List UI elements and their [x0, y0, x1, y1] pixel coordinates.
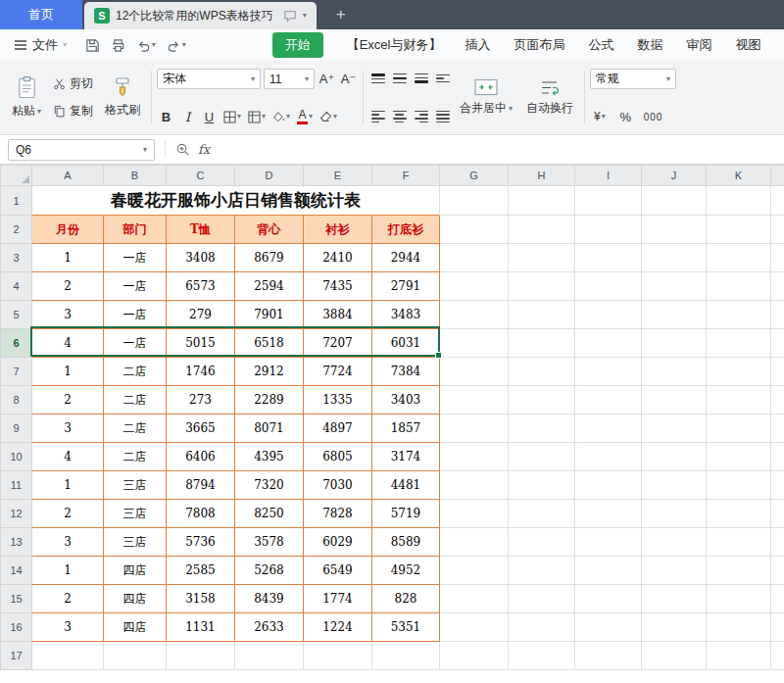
align-right-icon[interactable] [412, 107, 430, 126]
currency-button[interactable]: ¥▾ [592, 110, 608, 123]
cell[interactable] [707, 500, 771, 528]
row-header[interactable]: 8 [1, 386, 32, 415]
name-box[interactable]: Q6 ▾ [8, 139, 155, 161]
cell[interactable]: 7901 [235, 301, 304, 329]
tab-insert[interactable]: 插入 [466, 36, 491, 54]
cell[interactable] [771, 386, 784, 415]
cell[interactable]: 二店 [104, 358, 167, 386]
cell[interactable] [304, 642, 372, 670]
cell[interactable]: 2944 [372, 244, 440, 272]
cell[interactable]: 8589 [372, 528, 440, 557]
cell[interactable] [642, 585, 707, 613]
orientation-icon[interactable] [433, 69, 452, 88]
cell[interactable]: 828 [372, 585, 440, 613]
redo-button[interactable]: ▾ [167, 38, 186, 53]
cell[interactable]: 1 [32, 244, 104, 272]
table-header-cell[interactable]: 衬衫 [304, 216, 372, 244]
cell[interactable] [642, 500, 707, 528]
cell[interactable]: 2 [32, 386, 104, 415]
column-header[interactable]: I [575, 166, 642, 186]
cell[interactable]: 2585 [167, 557, 235, 585]
tab-data[interactable]: 数据 [638, 36, 663, 54]
format-painter-button[interactable]: 格式刷 [99, 74, 146, 121]
row-header[interactable]: 15 [1, 585, 32, 613]
cell[interactable]: 四店 [104, 557, 167, 585]
cell[interactable] [707, 528, 771, 557]
cell[interactable]: 三店 [104, 528, 167, 557]
underline-button[interactable]: U [200, 107, 219, 126]
cell[interactable] [707, 443, 771, 471]
formula-input[interactable] [210, 135, 776, 164]
row-header[interactable]: 13 [1, 528, 32, 557]
cell[interactable] [707, 301, 771, 329]
home-tab[interactable]: 首页 [0, 0, 82, 29]
cell[interactable] [509, 443, 575, 471]
cell[interactable]: 4897 [304, 415, 372, 443]
align-middle-icon[interactable] [390, 69, 409, 88]
select-all-corner[interactable] [1, 166, 32, 186]
cell[interactable] [707, 613, 771, 642]
font-color-button[interactable]: A ▾ [295, 110, 315, 124]
cell[interactable]: 4481 [372, 471, 440, 500]
cell[interactable]: 279 [167, 301, 235, 329]
column-header[interactable]: H [509, 166, 575, 186]
cell[interactable]: 7030 [304, 471, 372, 500]
cell[interactable]: 一店 [104, 301, 167, 329]
cell[interactable] [771, 329, 784, 358]
tab-excel-finance[interactable]: 【Excel与财务】 [347, 36, 442, 54]
cell[interactable]: 7808 [167, 500, 235, 528]
cell[interactable] [707, 244, 771, 272]
cell[interactable] [575, 386, 642, 415]
font-size-select[interactable]: 11 ▾ [264, 69, 315, 89]
cell[interactable] [707, 415, 771, 443]
fill-color-button[interactable]: ▾ [270, 112, 292, 122]
cell[interactable] [509, 186, 575, 216]
cell[interactable] [575, 329, 642, 358]
table-header-cell[interactable]: T恤 [167, 216, 235, 244]
cell[interactable] [642, 272, 707, 301]
cell[interactable] [575, 613, 642, 642]
cell[interactable]: 3 [32, 415, 104, 443]
cell[interactable]: 4952 [372, 557, 440, 585]
cell[interactable] [642, 415, 707, 443]
cell[interactable] [642, 358, 707, 386]
cell[interactable]: 6518 [235, 329, 304, 358]
cell[interactable]: 1857 [372, 415, 440, 443]
cell[interactable]: 5351 [372, 613, 440, 642]
cell[interactable]: 3483 [372, 301, 440, 329]
cell[interactable]: 7320 [235, 471, 304, 500]
cell[interactable]: 3578 [235, 528, 304, 557]
cell[interactable]: 2410 [304, 244, 372, 272]
cell[interactable] [509, 500, 575, 528]
grow-font-button[interactable]: A⁺ [318, 70, 336, 89]
column-header[interactable] [771, 166, 784, 186]
cell[interactable] [707, 471, 771, 500]
cell[interactable] [440, 528, 509, 557]
insert-function-button[interactable]: fx [198, 142, 210, 157]
cell[interactable]: 7207 [304, 329, 372, 358]
cell[interactable] [575, 301, 642, 329]
column-header[interactable]: G [440, 166, 509, 186]
row-header[interactable]: 9 [1, 415, 32, 443]
cell[interactable]: 3158 [167, 585, 235, 613]
cell[interactable]: 7724 [304, 358, 372, 386]
cell[interactable] [509, 585, 575, 613]
cell[interactable]: 8071 [235, 415, 304, 443]
cell[interactable] [104, 642, 167, 670]
cell[interactable] [440, 301, 509, 329]
chevron-down-icon[interactable]: ▾ [303, 12, 307, 20]
align-top-icon[interactable] [368, 69, 387, 88]
cell[interactable]: 3174 [372, 443, 440, 471]
row-header[interactable]: 1 [1, 186, 32, 216]
cell[interactable] [771, 528, 784, 557]
cell[interactable] [575, 642, 642, 670]
cell[interactable] [575, 557, 642, 585]
cell[interactable] [440, 386, 509, 415]
percent-button[interactable]: % [616, 107, 635, 126]
cell[interactable] [440, 642, 509, 670]
cell[interactable] [575, 500, 642, 528]
cell[interactable] [440, 216, 509, 244]
cell[interactable] [642, 443, 707, 471]
cell[interactable] [642, 613, 707, 642]
cell[interactable]: 6573 [167, 272, 235, 301]
